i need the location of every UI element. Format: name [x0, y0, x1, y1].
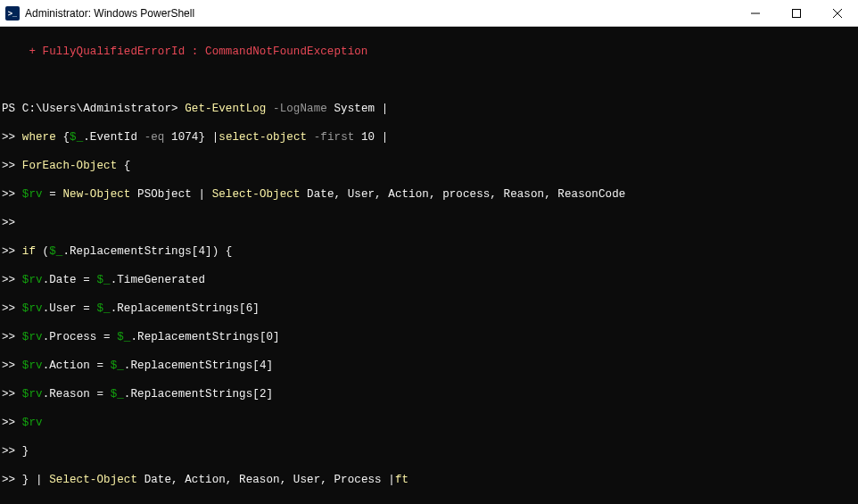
cmd-line-2: >> where {$_.EventId -eq 1074} |select-o… [2, 130, 856, 145]
cmd-line-4: >> $rv = New-Object PSObject | Select-Ob… [2, 187, 856, 202]
window-controls [735, 0, 858, 26]
maximize-icon [792, 9, 801, 18]
error-line: + FullyQualifiedErrorId : CommandNotFoun… [2, 45, 856, 59]
cmd-line-13: >> } [2, 444, 856, 459]
close-icon [833, 9, 842, 18]
cmd-line-7: >> $rv.Date = $_.TimeGenerated [2, 273, 856, 287]
close-button[interactable] [817, 0, 858, 27]
cmd-line-10: >> $rv.Action = $_.ReplacementStrings[4] [2, 359, 856, 373]
minimize-button[interactable] [735, 0, 776, 27]
cmd-line-11: >> $rv.Reason = $_.ReplacementStrings[2] [2, 387, 856, 401]
maximize-button[interactable] [776, 0, 817, 27]
cmd-line-6: >> if ($_.ReplacementStrings[4]) { [2, 244, 856, 259]
terminal-output[interactable]: + FullyQualifiedErrorId : CommandNotFoun… [0, 27, 858, 504]
cmd-line-5: >> [2, 216, 856, 230]
blank-line [2, 73, 856, 87]
powershell-icon: >_ [5, 6, 20, 21]
window-titlebar: >_ Administrator: Windows PowerShell [0, 0, 858, 27]
svg-rect-1 [793, 10, 801, 18]
window-title: Administrator: Windows PowerShell [25, 7, 194, 20]
cmd-line-1: PS C:\Users\Administrator> Get-EventLog … [2, 102, 856, 116]
cmd-line-14: >> } | Select-Object Date, Action, Reaso… [2, 473, 856, 487]
cmd-line-8: >> $rv.User = $_.ReplacementStrings[6] [2, 302, 856, 316]
cmd-line-3: >> ForEach-Object { [2, 159, 856, 173]
minimize-icon [751, 9, 760, 18]
cmd-line-12: >> $rv [2, 416, 856, 430]
cmd-line-9: >> $rv.Process = $_.ReplacementStrings[0… [2, 330, 856, 344]
